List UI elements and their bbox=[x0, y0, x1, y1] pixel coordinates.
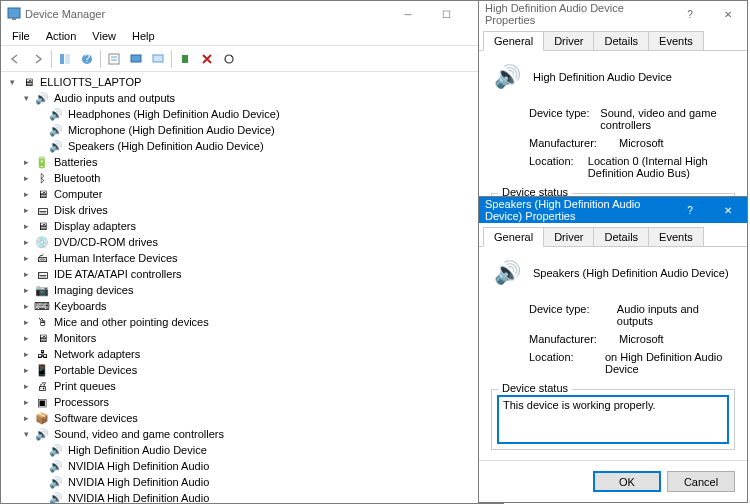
manufacturer-label: Manufacturer: bbox=[529, 333, 619, 345]
properties-button[interactable] bbox=[103, 48, 125, 70]
tree-category[interactable]: ▸🖨Print queues bbox=[5, 378, 499, 394]
tree-device[interactable]: 🔊Headphones (High Definition Audio Devic… bbox=[5, 106, 499, 122]
expand-icon[interactable] bbox=[35, 493, 46, 504]
ok-button[interactable]: OK bbox=[593, 471, 661, 492]
titlebar[interactable]: High Definition Audio Device Properties … bbox=[479, 1, 747, 27]
expand-icon[interactable]: ▸ bbox=[21, 333, 32, 344]
tree-category[interactable]: ▸🖴Disk drives bbox=[5, 202, 499, 218]
tree-category[interactable]: ▸📱Portable Devices bbox=[5, 362, 499, 378]
expand-icon[interactable]: ▾ bbox=[7, 77, 18, 88]
show-hide-tree-button[interactable] bbox=[54, 48, 76, 70]
update-driver-button[interactable] bbox=[125, 48, 147, 70]
app-icon bbox=[7, 7, 21, 21]
expand-icon[interactable]: ▸ bbox=[21, 173, 32, 184]
help-button[interactable]: ? bbox=[671, 1, 709, 27]
tree-device[interactable]: 🔊Microphone (High Definition Audio Devic… bbox=[5, 122, 499, 138]
expand-icon[interactable] bbox=[35, 445, 46, 456]
node-label: Display adapters bbox=[54, 220, 136, 232]
tab-driver[interactable]: Driver bbox=[543, 227, 594, 246]
menu-action[interactable]: Action bbox=[39, 28, 84, 44]
expand-icon[interactable] bbox=[35, 109, 46, 120]
device-tree[interactable]: ▾🖥ELLIOTTS_LAPTOP▾🔊Audio inputs and outp… bbox=[1, 72, 503, 503]
tree-category[interactable]: ▸🖥Computer bbox=[5, 186, 499, 202]
expand-icon[interactable]: ▸ bbox=[21, 397, 32, 408]
expand-icon[interactable]: ▸ bbox=[21, 349, 32, 360]
tree-category[interactable]: ▸💿DVD/CD-ROM drives bbox=[5, 234, 499, 250]
expand-icon[interactable] bbox=[35, 141, 46, 152]
device-icon: 🖥 bbox=[34, 218, 50, 234]
tab-general[interactable]: General bbox=[483, 31, 544, 51]
tree-category[interactable]: ▸▣Processors bbox=[5, 394, 499, 410]
minimize-button[interactable]: ─ bbox=[389, 1, 427, 27]
tab-events[interactable]: Events bbox=[648, 31, 704, 50]
menu-view[interactable]: View bbox=[85, 28, 123, 44]
tree-device[interactable]: 🔊High Definition Audio Device bbox=[5, 442, 499, 458]
tree-device[interactable]: 🔊NVIDIA High Definition Audio bbox=[5, 458, 499, 474]
tree-category[interactable]: ▸📦Software devices bbox=[5, 410, 499, 426]
node-label: Print queues bbox=[54, 380, 116, 392]
expand-icon[interactable]: ▸ bbox=[21, 253, 32, 264]
expand-icon[interactable]: ▸ bbox=[21, 157, 32, 168]
speakers-properties-window: Speakers (High Definition Audio Device) … bbox=[478, 196, 748, 503]
enable-device-button[interactable] bbox=[174, 48, 196, 70]
expand-icon[interactable] bbox=[35, 461, 46, 472]
expand-icon[interactable] bbox=[35, 125, 46, 136]
tab-details[interactable]: Details bbox=[593, 227, 649, 246]
tree-category[interactable]: ▸🖧Network adapters bbox=[5, 346, 499, 362]
svg-rect-9 bbox=[131, 55, 141, 62]
tree-device[interactable]: 🔊NVIDIA High Definition Audio bbox=[5, 474, 499, 490]
expand-icon[interactable]: ▸ bbox=[21, 221, 32, 232]
help-button[interactable]: ? bbox=[76, 48, 98, 70]
expand-icon[interactable]: ▸ bbox=[21, 237, 32, 248]
refresh-button[interactable] bbox=[218, 48, 240, 70]
tree-category[interactable]: ▸🔋Batteries bbox=[5, 154, 499, 170]
node-label: Human Interface Devices bbox=[54, 252, 178, 264]
titlebar[interactable]: Speakers (High Definition Audio Device) … bbox=[479, 197, 747, 223]
help-button[interactable]: ? bbox=[671, 197, 709, 223]
expand-icon[interactable]: ▸ bbox=[21, 269, 32, 280]
expand-icon[interactable]: ▸ bbox=[21, 301, 32, 312]
tab-driver[interactable]: Driver bbox=[543, 31, 594, 50]
tree-category[interactable]: ▾🔊Sound, video and game controllers bbox=[5, 426, 499, 442]
svg-rect-10 bbox=[153, 55, 163, 62]
tree-category[interactable]: ▸ᛒBluetooth bbox=[5, 170, 499, 186]
tab-events[interactable]: Events bbox=[648, 227, 704, 246]
expand-icon[interactable]: ▸ bbox=[21, 413, 32, 424]
uninstall-device-button[interactable] bbox=[196, 48, 218, 70]
expand-icon[interactable]: ▸ bbox=[21, 365, 32, 376]
expand-icon[interactable]: ▸ bbox=[21, 285, 32, 296]
close-button[interactable]: ✕ bbox=[709, 1, 747, 27]
tree-category[interactable]: ▸🖱Mice and other pointing devices bbox=[5, 314, 499, 330]
tree-category[interactable]: ▸📷Imaging devices bbox=[5, 282, 499, 298]
tree-category[interactable]: ▸🖥Display adapters bbox=[5, 218, 499, 234]
tree-category[interactable]: ▸🖥Monitors bbox=[5, 330, 499, 346]
expand-icon[interactable]: ▸ bbox=[21, 205, 32, 216]
titlebar[interactable]: Device Manager ─ ☐ ✕ bbox=[1, 1, 503, 27]
forward-button[interactable] bbox=[27, 48, 49, 70]
tree-category[interactable]: ▸🖴IDE ATA/ATAPI controllers bbox=[5, 266, 499, 282]
expand-icon[interactable]: ▸ bbox=[21, 317, 32, 328]
menu-file[interactable]: File bbox=[5, 28, 37, 44]
scan-hardware-button[interactable] bbox=[147, 48, 169, 70]
tree-category[interactable]: ▸🖮Human Interface Devices bbox=[5, 250, 499, 266]
tree-root[interactable]: ▾🖥ELLIOTTS_LAPTOP bbox=[5, 74, 499, 90]
expand-icon[interactable]: ▸ bbox=[21, 189, 32, 200]
tab-details[interactable]: Details bbox=[593, 31, 649, 50]
expand-icon[interactable] bbox=[35, 477, 46, 488]
expand-icon[interactable]: ▸ bbox=[21, 381, 32, 392]
tree-category[interactable]: ▾🔊Audio inputs and outputs bbox=[5, 90, 499, 106]
expand-icon[interactable]: ▾ bbox=[21, 93, 32, 104]
menu-help[interactable]: Help bbox=[125, 28, 162, 44]
tree-device[interactable]: 🔊Speakers (High Definition Audio Device) bbox=[5, 138, 499, 154]
tree-category[interactable]: ▸⌨Keyboards bbox=[5, 298, 499, 314]
cancel-button[interactable]: Cancel bbox=[667, 471, 735, 492]
maximize-button[interactable]: ☐ bbox=[427, 1, 465, 27]
device-status-field[interactable] bbox=[498, 396, 728, 443]
tab-general[interactable]: General bbox=[483, 227, 544, 247]
device-icon: 🖥 bbox=[34, 186, 50, 202]
tree-device[interactable]: 🔊NVIDIA High Definition Audio bbox=[5, 490, 499, 503]
back-button[interactable] bbox=[5, 48, 27, 70]
expand-icon[interactable]: ▾ bbox=[21, 429, 32, 440]
close-button[interactable]: ✕ bbox=[709, 197, 747, 223]
node-label: Software devices bbox=[54, 412, 138, 424]
